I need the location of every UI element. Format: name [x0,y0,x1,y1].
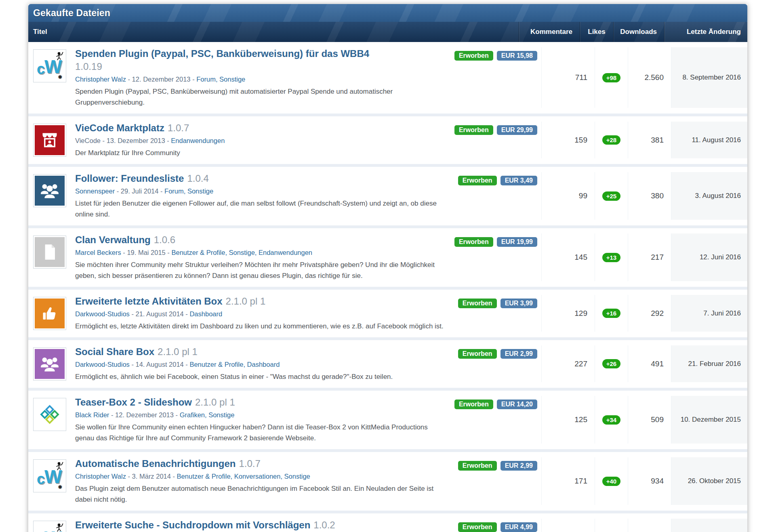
category-links[interactable]: Forum, Sonstige [164,187,213,195]
file-title-link[interactable]: Teaser-Box 2 - Slideshow [75,397,192,408]
downloads-count: 491 [628,345,671,382]
comments-count: 159 [541,122,595,158]
likes-badge[interactable]: +34 [602,415,620,425]
user-group-icon [35,349,65,379]
downloads-count: 292 [628,295,671,332]
table-row: Social Share Box2.1.0 pl 1 Darkwood-Stud… [28,337,747,388]
column-header-kommentare[interactable]: Kommentare [519,22,580,42]
erworben-badge: Erworben [458,349,497,359]
file-thumbnail[interactable] [33,297,66,330]
file-thumbnail[interactable]: cW ✹ [33,49,66,82]
file-date: 19. Mai 2015 [121,249,172,256]
author-link[interactable]: Christopher Walz [75,76,126,83]
file-version: 1.0.7 [168,122,189,133]
cw-logo-icon: cW ✹ [35,51,65,81]
table-row: Follower: Freundesliste1.0.4 Sonnenspeer… [28,164,747,225]
file-title-link[interactable]: Social Share Box [75,346,154,357]
category-links[interactable]: Benutzer & Profile, Dashboard [189,361,280,368]
file-description: Sie möchten ihrer Community mehr Struktu… [75,259,444,281]
user-group-icon [35,176,65,206]
erworben-badge: Erworben [458,299,497,308]
document-icon [35,237,65,267]
price-badge: EUR 2,99 [501,349,537,359]
erworben-badge: Erworben [458,176,497,185]
author-link[interactable]: Christopher Walz [75,473,126,480]
category-links[interactable]: Endanwendungen [171,137,225,144]
author-link[interactable]: Black Rider [75,411,109,418]
last-change-date: 8. September 2016 [671,47,747,108]
downloads-count: 509 [628,396,671,444]
likes-badge[interactable]: +25 [602,191,620,201]
file-title-link[interactable]: Erweiterte Suche - Suchdropdown mit Vors… [75,519,310,530]
comments-count: 227 [541,345,595,382]
comments-count: 145 [541,233,595,281]
file-thumbnail[interactable] [33,236,66,269]
author-link[interactable]: Marcel Beckers [75,249,121,256]
price-badge: EUR 3,99 [501,299,537,308]
file-version: 2.1.0 pl 1 [158,346,198,357]
file-date: 29. Juli 2014 [115,187,164,195]
author-link[interactable]: Darkwood-Studios [75,361,130,368]
downloads-count: 381 [628,122,671,158]
file-thumbnail[interactable] [33,124,66,157]
last-change-date: 12. Juni 2016 [671,233,747,281]
file-thumbnail[interactable]: cW ✹ [33,521,66,532]
file-description: Der Marktplatz für Ihre Community [75,147,444,158]
comments-count: 71 [541,519,595,532]
downloads-count: 380 [628,172,671,220]
file-title-link[interactable]: Follower: Freundesliste [75,173,184,184]
file-description: Ermöglicht es, letzte Aktivitäten direkt… [75,321,444,332]
file-title-link[interactable]: Automatische Benachrichtigungen [75,458,236,469]
last-change-date: 26. Oktober 2015 [671,457,747,505]
likes-badge[interactable]: +16 [602,309,620,318]
file-date: 12. Dezember 2013 [109,411,179,418]
author-link[interactable]: Darkwood-Studios [75,310,130,318]
file-thumbnail[interactable] [33,174,66,207]
file-version: 2.1.0 pl 1 [195,397,235,408]
diamonds-logo-icon [35,400,65,429]
file-title-link[interactable]: Clan Verwaltung [75,234,151,245]
column-header-downloads[interactable]: Downloads [613,22,664,42]
thumbs-up-icon [35,299,65,328]
comments-count: 171 [541,457,595,505]
file-date: 13. Dezember 2013 [101,137,171,144]
cw-logo-icon: cW ✹ [35,522,65,532]
panel-titlebar: Gekaufte Dateien [28,4,747,22]
last-change-date: 3. August 2016 [671,172,747,220]
column-header-likes[interactable]: Likes [580,22,613,42]
category-links[interactable]: Forum, Sonstige [196,76,245,83]
file-version: 1.0.4 [187,173,208,184]
column-header-titel[interactable]: Titel [28,22,519,42]
page-title: Gekaufte Dateien [33,8,110,19]
downloads-count: 934 [628,457,671,505]
file-date: 12. Dezember 2013 [126,76,196,83]
file-version: 1.0.2 [313,519,335,530]
likes-badge[interactable]: +28 [602,135,620,145]
category-links[interactable]: Benutzer & Profile, Konversationen, Sons… [177,473,310,480]
column-header-letzte-aenderung[interactable]: Letzte Änderung [664,22,747,42]
table-header: Titel Kommentare Likes Downloads Letzte … [28,22,747,42]
erworben-badge: Erworben [454,400,493,409]
file-description: Spenden Plugin (Paypal, PSC, Banküberwei… [75,86,444,108]
category-links[interactable]: Benutzer & Profile, Sonstige, Endanwendu… [171,249,312,256]
likes-badge[interactable]: +40 [602,477,620,486]
category-links[interactable]: Dashboard [189,310,222,318]
likes-badge[interactable]: +26 [602,359,620,368]
author-name: VieCode [75,137,101,144]
file-thumbnail[interactable] [33,347,66,381]
category-links[interactable]: Grafiken, Sonstige [180,411,235,418]
file-title-link[interactable]: Erweiterte letzte Aktivitäten Box [75,296,223,307]
price-badge: EUR 14,20 [497,400,537,409]
likes-badge[interactable]: +13 [602,253,620,262]
likes-badge[interactable]: +98 [602,73,620,82]
file-title-link[interactable]: Spenden Plugin (Paypal, PSC, Banküberwei… [75,48,369,59]
downloads-count: 217 [628,233,671,281]
author-link[interactable]: Sonnenspeer [75,187,115,195]
last-change-date: 11. August 2016 [671,122,747,158]
file-thumbnail[interactable] [33,398,66,431]
market-stall-icon [35,125,65,155]
file-title-link[interactable]: VieCode Marktplatz [75,122,164,133]
file-thumbnail[interactable]: cW ✹ [33,459,66,492]
file-version: 1.0.7 [239,458,260,469]
table-row: Teaser-Box 2 - Slideshow2.1.0 pl 1 Black… [28,388,747,449]
